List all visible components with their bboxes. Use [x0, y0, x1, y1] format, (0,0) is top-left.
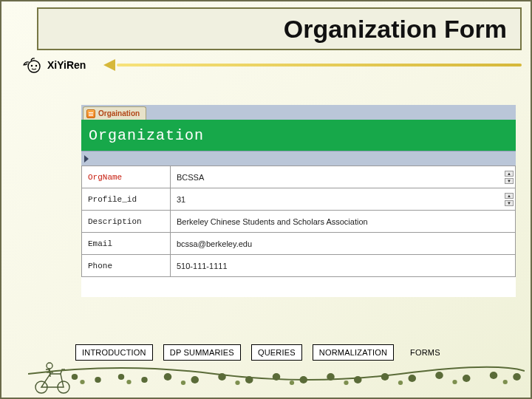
- slide: Organization Form XiYiRen Orgaination: [0, 0, 532, 399]
- svg-point-8: [118, 374, 124, 380]
- svg-point-13: [245, 376, 253, 383]
- svg-point-9: [141, 377, 147, 383]
- form-icon: [86, 109, 95, 118]
- arrow-line: [117, 64, 522, 66]
- svg-point-32: [503, 380, 508, 384]
- svg-point-15: [300, 376, 308, 383]
- field-value-text: 31: [177, 195, 185, 204]
- svg-point-29: [344, 381, 348, 385]
- svg-point-24: [80, 380, 84, 384]
- form-tab-label: Orgaination: [98, 109, 140, 117]
- nav-introduction[interactable]: INTRODUCTION: [75, 344, 153, 361]
- chevron-up-icon: ▲: [505, 193, 514, 199]
- chevron-down-icon: ▼: [505, 178, 514, 184]
- title-box: Organization Form: [37, 7, 522, 50]
- field-value-text: bcssa@berkeley.edu: [177, 239, 252, 248]
- chevron-right-icon: [84, 155, 89, 163]
- svg-point-11: [191, 376, 200, 383]
- field-value[interactable]: BCSSA▲▼: [171, 166, 516, 188]
- svg-point-25: [126, 380, 131, 384]
- svg-point-27: [235, 381, 239, 385]
- svg-point-21: [463, 375, 471, 382]
- field-value-text: BCSSA: [177, 173, 204, 182]
- svg-point-0: [28, 61, 40, 72]
- svg-point-18: [381, 373, 389, 381]
- svg-point-30: [398, 381, 403, 385]
- chevron-up-icon: ▲: [505, 171, 514, 177]
- form-record-nav[interactable]: [81, 151, 516, 166]
- form-title: Organization: [81, 120, 516, 151]
- svg-point-7: [95, 377, 100, 383]
- arrow-left-icon: [103, 59, 115, 71]
- svg-point-26: [181, 381, 185, 385]
- field-label: OrgName: [82, 166, 171, 188]
- logo-row: XiYiRen: [22, 52, 522, 78]
- chevron-down-icon: ▼: [505, 200, 514, 206]
- svg-point-28: [290, 381, 294, 385]
- mascot-icon: [22, 56, 43, 74]
- nav-forms[interactable]: FORMS: [404, 345, 446, 360]
- svg-point-17: [354, 376, 362, 383]
- svg-point-2: [35, 65, 37, 66]
- svg-point-16: [327, 373, 335, 381]
- vine-decoration: [28, 361, 525, 390]
- svg-point-6: [72, 374, 78, 380]
- form-tab-organization[interactable]: Orgaination: [83, 106, 146, 120]
- form-row: DescriptionBerkeley Chinese Students and…: [82, 211, 516, 233]
- field-value[interactable]: 510-111-1111: [171, 255, 516, 277]
- form-row: Profile_id31▲▼: [82, 188, 516, 211]
- field-value-text: Berkeley Chinese Students and Scholars A…: [177, 217, 368, 226]
- form-row: Emailbcssa@berkeley.edu: [82, 233, 516, 255]
- page-title: Organization Form: [284, 15, 507, 44]
- svg-point-22: [490, 372, 498, 379]
- svg-point-10: [164, 373, 172, 381]
- spinner[interactable]: ▲▼: [505, 193, 514, 206]
- nav-queries[interactable]: QUERIES: [251, 344, 302, 361]
- field-label: Profile_id: [82, 188, 171, 211]
- svg-point-31: [452, 380, 457, 384]
- field-label: Phone: [82, 255, 171, 277]
- logo-text: XiYiRen: [47, 59, 86, 71]
- form-row: Phone510-111-1111: [82, 255, 516, 277]
- nav-dp-summaries[interactable]: DP SUMMARIES: [163, 344, 241, 361]
- field-label: Email: [82, 233, 171, 255]
- svg-point-23: [513, 373, 521, 381]
- svg-point-14: [273, 373, 281, 381]
- svg-point-12: [218, 373, 226, 381]
- svg-point-20: [435, 372, 443, 379]
- field-value-text: 510-111-1111: [177, 262, 228, 270]
- nav-normalization[interactable]: NORMALIZATION: [313, 344, 394, 361]
- field-value[interactable]: 31▲▼: [171, 188, 516, 211]
- svg-point-1: [31, 65, 33, 66]
- form-row: OrgNameBCSSA▲▼: [82, 166, 516, 188]
- form-screenshot: Orgaination Organization OrgNameBCSSA▲▼P…: [81, 105, 516, 297]
- field-value[interactable]: Berkeley Chinese Students and Scholars A…: [171, 211, 516, 233]
- form-fields-table: OrgNameBCSSA▲▼Profile_id31▲▼DescriptionB…: [81, 166, 516, 277]
- bottom-nav: INTRODUCTION DP SUMMARIES QUERIES NORMAL…: [75, 343, 501, 362]
- timeline-arrow: [103, 63, 522, 67]
- field-label: Description: [82, 211, 171, 233]
- svg-point-19: [409, 375, 417, 382]
- field-value[interactable]: bcssa@berkeley.edu: [171, 233, 516, 255]
- form-tab-bar: Orgaination: [81, 105, 516, 120]
- spinner[interactable]: ▲▼: [505, 171, 514, 184]
